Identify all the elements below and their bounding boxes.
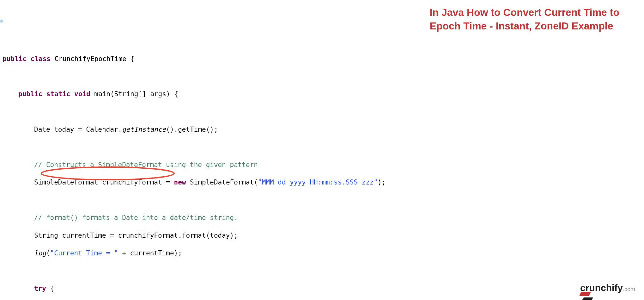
code-text: SimpleDateFormat( <box>186 178 258 186</box>
code-text: ().getTime(); <box>166 126 218 133</box>
blank-line <box>0 72 644 81</box>
string-literal: "Current Time = " <box>50 249 118 257</box>
code-line-5: SimpleDateFormat crunchifyFormat = new S… <box>0 178 644 187</box>
keyword-public: public <box>3 55 27 63</box>
comment-text: // format() formats a Date into a date/t… <box>34 214 238 222</box>
brand-logo: crunchify.com <box>563 282 635 294</box>
code-text: Date today = Calendar. <box>34 126 122 133</box>
code-text: ); <box>378 178 386 186</box>
brand-suffix: .com <box>623 286 635 292</box>
code-line-8: log("Current Time = " + currentTime); <box>0 249 644 258</box>
comment-text: // Constructs a SimpleDateFormat using t… <box>34 161 258 169</box>
title-line-2: Epoch Time - Instant, ZoneID Example <box>430 19 619 33</box>
page-title-overlay: In Java How to Convert Current Time to E… <box>430 6 619 33</box>
keyword-try: try <box>34 285 46 292</box>
code-text: String currentTime = crunchifyFormat.for… <box>34 232 238 239</box>
keyword-void: void <box>74 90 90 98</box>
keyword-new: new <box>174 178 186 186</box>
code-text: { <box>46 285 54 292</box>
crunchify-logo-icon <box>563 282 577 294</box>
gutter-marker <box>0 20 3 23</box>
title-line-1: In Java How to Convert Current Time to <box>430 6 619 19</box>
code-line-3: Date today = Calendar.getInstance().getT… <box>0 125 644 134</box>
keyword-public: public <box>18 90 42 98</box>
code-line-9: try { <box>0 284 644 293</box>
blank-line <box>0 143 644 152</box>
code-line-1: public class CrunchifyEpochTime { <box>0 55 644 64</box>
method-log: log <box>34 249 46 257</box>
code-text: ( <box>46 249 50 257</box>
method-signature: main(String[] args) { <box>94 90 178 98</box>
code-text: + currentTime); <box>118 249 182 257</box>
blank-line <box>0 267 644 276</box>
code-line-6: // format() formats a Date into a date/t… <box>0 214 644 222</box>
class-name: CrunchifyEpochTime { <box>54 55 134 63</box>
code-line-2: public static void main(String[] args) { <box>0 90 644 99</box>
blank-line <box>0 196 644 205</box>
string-literal: "MMM dd yyyy HH:mm:ss.SSS zzz" <box>258 178 378 186</box>
keyword-class: class <box>31 55 51 63</box>
method-getinstance: getInstance <box>122 126 166 133</box>
keyword-static: static <box>46 90 70 98</box>
code-line-4: // Constructs a SimpleDateFormat using t… <box>0 161 644 170</box>
blank-line <box>0 108 644 116</box>
code-text: SimpleDateFormat crunchifyFormat = <box>34 178 174 186</box>
code-line-7: String currentTime = crunchifyFormat.for… <box>0 231 644 240</box>
